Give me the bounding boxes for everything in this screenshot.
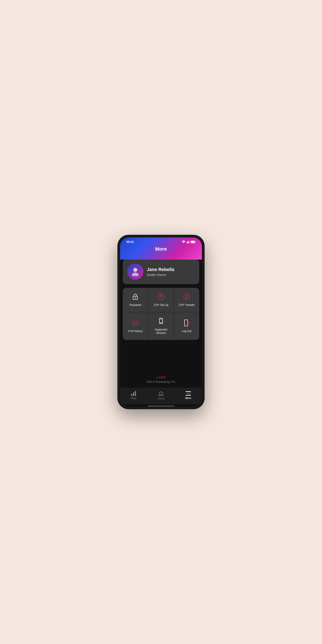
version-info: v 2.0.2 2023 © Powered by YTL <box>120 371 202 388</box>
header: 09:41 <box>120 238 202 260</box>
battery-icon <box>191 240 196 243</box>
log-out-icon <box>183 319 191 327</box>
supported-devices-label: Supported Devices <box>151 328 172 335</box>
home-indicator <box>148 406 174 406</box>
cvp-transfer-label: CVP Transfer <box>179 304 195 307</box>
svg-rect-24 <box>186 391 191 392</box>
svg-point-9 <box>132 272 139 276</box>
supported-devices-icon <box>157 317 165 325</box>
phone-frame: 09:41 <box>118 235 204 409</box>
cvp-top-up-label: CVP Top Up <box>154 304 168 307</box>
svg-rect-19 <box>184 320 188 326</box>
user-name: Jane Rebella <box>147 267 174 272</box>
svg-rect-4 <box>189 240 190 243</box>
copyright: 2023 © Powered by YTL <box>124 380 198 384</box>
svg-point-0 <box>183 242 184 243</box>
cvp-transfer-icon <box>183 293 191 301</box>
status-time: 09:41 <box>126 240 134 244</box>
svg-rect-25 <box>186 393 191 394</box>
cvp-top-up-icon <box>157 293 165 301</box>
svg-point-18 <box>161 323 161 323</box>
svg-point-13 <box>184 294 190 300</box>
user-card[interactable]: Jane Rebella Dealer Owner <box>123 260 199 284</box>
content-spacer <box>120 344 202 371</box>
log-out-label: Log Out <box>182 330 192 333</box>
svg-rect-26 <box>186 395 191 396</box>
svg-rect-3 <box>188 241 189 243</box>
svg-point-11 <box>135 298 136 298</box>
version-number: v 2.0.2 <box>124 376 198 379</box>
cvp-top-up-button[interactable]: CVP Top Up <box>148 288 174 312</box>
svg-rect-22 <box>133 392 134 396</box>
svg-rect-7 <box>191 241 194 242</box>
page-title: More <box>124 245 198 255</box>
password-label: Password <box>130 304 141 307</box>
stats-label: Stats <box>131 397 136 400</box>
cvp-transfer-button[interactable]: CVP Transfer <box>174 288 199 312</box>
cvp-history-button[interactable]: RM CVP History <box>123 312 148 340</box>
signal-icon <box>186 240 190 243</box>
cvp-history-label: CVP History <box>128 330 143 333</box>
home-icon <box>158 391 164 396</box>
nav-item-stats[interactable]: Stats <box>120 391 147 400</box>
nav-item-home[interactable]: Home <box>147 391 175 400</box>
more-label: More <box>185 397 191 399</box>
svg-rect-2 <box>188 242 188 243</box>
svg-rect-6 <box>195 242 196 242</box>
status-icons <box>182 240 196 243</box>
content-area: Jane Rebella Dealer Owner Password <box>120 260 202 388</box>
status-bar: 09:41 <box>124 238 198 245</box>
svg-rect-23 <box>135 391 136 396</box>
user-role: Dealer Owner <box>147 273 174 276</box>
more-icon <box>186 391 191 396</box>
cvp-history-icon: RM <box>131 319 139 327</box>
wifi-icon <box>182 240 185 243</box>
bottom-nav: Stats Home More <box>120 388 202 404</box>
password-icon <box>131 293 139 301</box>
menu-grid: Password CVP Top Up <box>123 288 199 340</box>
log-out-button[interactable]: Log Out <box>174 312 199 340</box>
user-info: Jane Rebella Dealer Owner <box>147 267 174 276</box>
svg-rect-1 <box>186 242 187 243</box>
nav-item-more[interactable]: More <box>175 391 202 399</box>
stats-icon <box>131 391 136 396</box>
svg-text:RM: RM <box>134 322 137 324</box>
home-label: Home <box>158 397 164 400</box>
avatar <box>127 264 143 280</box>
svg-rect-21 <box>131 394 132 396</box>
password-button[interactable]: Password <box>123 288 148 312</box>
person-icon <box>130 266 140 276</box>
svg-point-8 <box>133 268 137 272</box>
supported-devices-button[interactable]: Supported Devices <box>148 312 174 340</box>
phone-screen: 09:41 <box>120 238 202 406</box>
